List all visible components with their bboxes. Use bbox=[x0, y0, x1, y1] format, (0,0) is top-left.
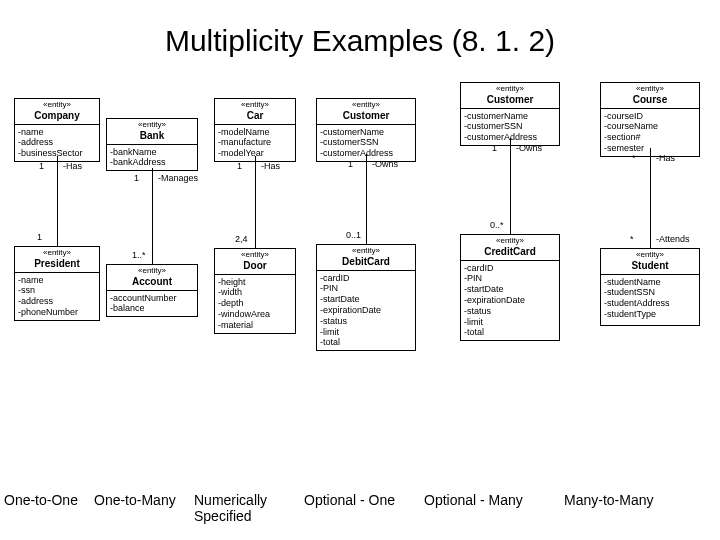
entity-attr: -startDate bbox=[464, 284, 556, 295]
entity-attr: -height bbox=[218, 277, 292, 288]
entity-attr: -section# bbox=[604, 132, 696, 143]
captions-row: One-to-OneOne-to-ManyNumerically Specifi… bbox=[0, 492, 720, 524]
entity-attrs: -accountNumber-balance bbox=[107, 291, 197, 317]
entity-name: Account bbox=[107, 276, 197, 291]
entity-name: DebitCard bbox=[317, 256, 415, 271]
multiplicity-top: 1 bbox=[39, 161, 44, 171]
entity-attr: -cardID bbox=[464, 263, 556, 274]
entity-name: Bank bbox=[107, 130, 197, 145]
relation-label: -Has bbox=[63, 161, 82, 171]
multiplicity-bottom: * bbox=[630, 234, 634, 244]
entity-attr: -total bbox=[464, 327, 556, 338]
entity-name: CreditCard bbox=[461, 246, 559, 261]
entity-name: Customer bbox=[461, 94, 559, 109]
association-line bbox=[366, 154, 367, 244]
entity-attr: -courseName bbox=[604, 121, 696, 132]
stereotype-label: «entity» bbox=[15, 99, 99, 110]
entity-attr: -width bbox=[218, 287, 292, 298]
multiplicity-top: 1 bbox=[348, 159, 353, 169]
stereotype-label: «entity» bbox=[317, 99, 415, 110]
entity-attr: -manufacture bbox=[218, 137, 292, 148]
entity-attr: -customerSSN bbox=[320, 137, 412, 148]
entity-attr: -expirationDate bbox=[464, 295, 556, 306]
association-line bbox=[255, 156, 256, 248]
association-line bbox=[152, 168, 153, 264]
entity-attr: -courseID bbox=[604, 111, 696, 122]
entity-attr: -customerSSN bbox=[464, 121, 556, 132]
entity-attr: -cardID bbox=[320, 273, 412, 284]
relation-label: -Has bbox=[261, 161, 280, 171]
entity-box-account: «entity»Account-accountNumber-balance bbox=[106, 264, 198, 317]
multiplicity-top: 1 bbox=[237, 161, 242, 171]
association-line bbox=[57, 156, 58, 246]
relation-label: -Owns bbox=[372, 159, 398, 169]
diagram-stage: «entity»Company-name-address-businessSec… bbox=[0, 68, 720, 468]
entity-attrs: -bankName-bankAddress bbox=[107, 145, 197, 171]
relation-label: -Owns bbox=[516, 143, 542, 153]
entity-attr: -limit bbox=[320, 327, 412, 338]
column-caption: Numerically Specified bbox=[190, 492, 300, 524]
multiplicity-top: * bbox=[632, 153, 636, 163]
entity-name: Car bbox=[215, 110, 295, 125]
entity-name: Company bbox=[15, 110, 99, 125]
stereotype-label: «entity» bbox=[317, 245, 415, 256]
entity-attr: -modelName bbox=[218, 127, 292, 138]
stereotype-label: «entity» bbox=[461, 235, 559, 246]
relation-label: -Manages bbox=[158, 173, 198, 183]
entity-attr: -PIN bbox=[320, 283, 412, 294]
entity-attr: -windowArea bbox=[218, 309, 292, 320]
entity-box-debitcard: «entity»DebitCard-cardID-PIN-startDate-e… bbox=[316, 244, 416, 351]
entity-attr: -address bbox=[18, 137, 96, 148]
entity-name: Course bbox=[601, 94, 699, 109]
entity-name: Student bbox=[601, 260, 699, 275]
stereotype-label: «entity» bbox=[601, 249, 699, 260]
multiplicity-top: 1 bbox=[134, 173, 139, 183]
column-caption: Optional - Many bbox=[420, 492, 560, 524]
entity-attr: -limit bbox=[464, 317, 556, 328]
stereotype-label: «entity» bbox=[15, 247, 99, 258]
multiplicity-bottom: 0..1 bbox=[346, 230, 361, 240]
entity-attrs: -cardID-PIN-startDate-expirationDate-sta… bbox=[461, 261, 559, 341]
entity-box-customer: «entity»Customer-customerName-customerSS… bbox=[460, 82, 560, 146]
entity-attr: -name bbox=[18, 127, 96, 138]
multiplicity-bottom: 2,4 bbox=[235, 234, 248, 244]
entity-attr: -status bbox=[320, 316, 412, 327]
entity-attr: -bankAddress bbox=[110, 157, 194, 168]
stereotype-label: «entity» bbox=[107, 119, 197, 130]
entity-attr: -status bbox=[464, 306, 556, 317]
entity-name: Door bbox=[215, 260, 295, 275]
entity-attr: -expirationDate bbox=[320, 305, 412, 316]
entity-attr: -PIN bbox=[464, 273, 556, 284]
association-line bbox=[510, 138, 511, 234]
entity-attr: -studentAddress bbox=[604, 298, 696, 309]
entity-attr: -total bbox=[320, 337, 412, 348]
entity-box-company: «entity»Company-name-address-businessSec… bbox=[14, 98, 100, 162]
entity-attr: -bankName bbox=[110, 147, 194, 158]
column-caption: Many-to-Many bbox=[560, 492, 700, 524]
entity-box-car: «entity»Car-modelName-manufacture-modelY… bbox=[214, 98, 296, 162]
column-caption: One-to-One bbox=[0, 492, 90, 524]
entity-attr: -studentName bbox=[604, 277, 696, 288]
relation-label: -Has bbox=[656, 153, 675, 163]
entity-attr: -depth bbox=[218, 298, 292, 309]
entity-attr: -customerName bbox=[464, 111, 556, 122]
entity-attrs: -name-ssn-address-phoneNumber bbox=[15, 273, 99, 320]
entity-attr: -ssn bbox=[18, 285, 96, 296]
stereotype-label: «entity» bbox=[215, 249, 295, 260]
entity-box-customer: «entity»Customer-customerName-customerSS… bbox=[316, 98, 416, 162]
entity-box-bank: «entity»Bank-bankName-bankAddress bbox=[106, 118, 198, 171]
entity-attr: -material bbox=[218, 320, 292, 331]
entity-attr: -balance bbox=[110, 303, 194, 314]
entity-attr: -studentType bbox=[604, 309, 696, 320]
multiplicity-bottom: 1..* bbox=[132, 250, 146, 260]
relation-label-2: -Attends bbox=[656, 234, 690, 244]
stereotype-label: «entity» bbox=[107, 265, 197, 276]
entity-name: Customer bbox=[317, 110, 415, 125]
association-line bbox=[650, 148, 651, 248]
stereotype-label: «entity» bbox=[601, 83, 699, 94]
entity-attr: -studentSSN bbox=[604, 287, 696, 298]
page-title: Multiplicity Examples (8. 1. 2) bbox=[0, 0, 720, 68]
entity-attr: -phoneNumber bbox=[18, 307, 96, 318]
entity-box-course: «entity»Course-courseID-courseName-secti… bbox=[600, 82, 700, 157]
entity-attrs: -studentName-studentSSN-studentAddress-s… bbox=[601, 275, 699, 322]
